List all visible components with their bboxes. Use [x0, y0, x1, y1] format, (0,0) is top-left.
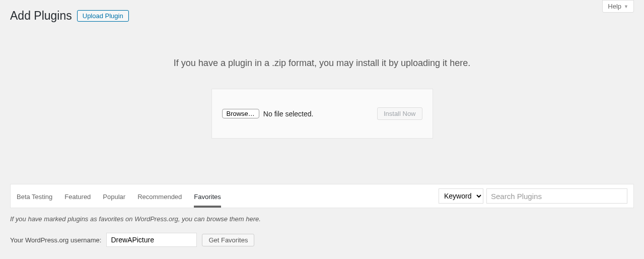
- help-label: Help: [608, 3, 621, 10]
- search-type-select[interactable]: Keyword: [439, 188, 483, 204]
- tab-beta-testing[interactable]: Beta Testing: [17, 185, 52, 208]
- install-now-button[interactable]: Install Now: [377, 107, 422, 120]
- upload-box: Browse… No file selected. Install Now: [211, 89, 433, 139]
- filter-tabs: Beta Testing Featured Popular Recommende…: [17, 185, 221, 208]
- search-input[interactable]: [486, 188, 627, 204]
- chevron-down-icon: ▼: [624, 4, 628, 9]
- get-favorites-button[interactable]: Get Favorites: [202, 234, 254, 246]
- page-title: Add Plugins: [10, 9, 72, 23]
- help-tab[interactable]: Help ▼: [602, 0, 634, 13]
- file-status: No file selected.: [263, 110, 314, 118]
- browse-button[interactable]: Browse…: [222, 109, 259, 118]
- tab-recommended[interactable]: Recommended: [137, 185, 182, 208]
- tab-featured[interactable]: Featured: [64, 185, 91, 208]
- favorites-description: If you have marked plugins as favorites …: [10, 215, 634, 223]
- tab-favorites[interactable]: Favorites: [194, 185, 221, 208]
- upload-instruction: If you have a plugin in a .zip format, y…: [0, 58, 644, 69]
- username-input[interactable]: [106, 233, 197, 247]
- filter-bar: Beta Testing Featured Popular Recommende…: [10, 184, 634, 208]
- upload-plugin-button[interactable]: Upload Plugin: [77, 10, 129, 22]
- username-label: Your WordPress.org username:: [10, 236, 101, 244]
- tab-popular[interactable]: Popular: [103, 185, 125, 208]
